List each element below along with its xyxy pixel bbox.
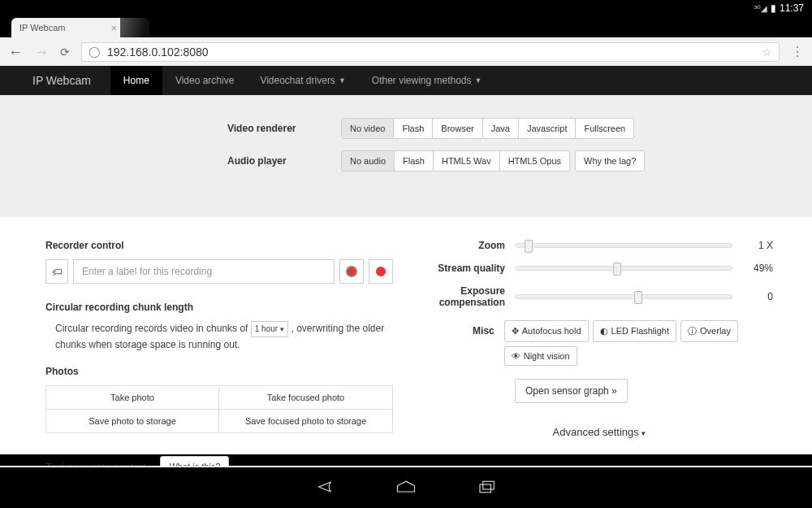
exposure-value: 0 xyxy=(744,291,773,302)
nav-home[interactable]: Home xyxy=(110,66,162,95)
quality-row: Stream quality 49% xyxy=(425,263,773,274)
night-label: Night vision xyxy=(524,351,570,361)
take-focused-photo-button[interactable]: Take focused photo xyxy=(219,386,392,410)
chevron-down-icon: ▼ xyxy=(475,76,482,85)
save-photo-button[interactable]: Save photo to storage xyxy=(46,410,219,432)
new-tab-affordance[interactable] xyxy=(120,18,149,37)
slider-thumb[interactable] xyxy=(525,240,533,253)
night-vision-button[interactable]: 👁Night vision xyxy=(504,346,577,366)
audio-html5-wav[interactable]: HTML5 Wav xyxy=(434,151,500,171)
zoom-row: Zoom 1 X xyxy=(425,240,773,251)
clock-text: 11:37 xyxy=(780,2,804,14)
exposure-label: Exposure compensation xyxy=(425,285,515,309)
browser-omnibar: ← → ⟳ ◯ 192.168.0.102:8080 ☆ ⋮ xyxy=(0,37,812,66)
close-tab-icon[interactable]: × xyxy=(110,22,117,34)
record-alt-button[interactable] xyxy=(369,259,393,284)
bookmark-star-icon[interactable]: ☆ xyxy=(762,46,772,59)
quality-value: 49% xyxy=(744,263,773,274)
misc-row: Misc ✥Autofocus hold ◐LED Flashlight ⓘOv… xyxy=(425,320,773,366)
quality-label: Stream quality xyxy=(425,263,515,274)
overlay-button[interactable]: ⓘOverlay xyxy=(680,320,738,342)
chunk-select-value: 1 hour xyxy=(255,323,278,336)
zoom-slider[interactable] xyxy=(515,243,732,248)
info-icon: ⓘ xyxy=(688,325,697,337)
nav-drivers-label: Videochat drivers xyxy=(260,75,335,86)
quality-slider[interactable] xyxy=(515,266,732,271)
move-icon: ✥ xyxy=(512,326,519,336)
zoom-label: Zoom xyxy=(425,240,515,251)
signal-icon: ³ᴳ◢ xyxy=(754,4,767,13)
left-column: Recorder control 🏷 Enter a label for thi… xyxy=(45,240,393,454)
battery-icon: ▮ xyxy=(771,2,776,14)
contrast-icon: ◐ xyxy=(600,326,608,336)
save-focused-photo-button[interactable]: Save focused photo to storage xyxy=(219,410,392,432)
browser-tab[interactable]: IP Webcam × xyxy=(11,18,125,37)
recording-label-input[interactable]: Enter a label for this recording xyxy=(73,259,335,284)
svg-rect-1 xyxy=(483,481,495,489)
audio-player-label: Audio player xyxy=(0,155,341,167)
android-statusbar: ³ᴳ◢ ▮ 11:37 xyxy=(0,0,812,16)
misc-buttons: ✥Autofocus hold ◐LED Flashlight ⓘOverlay… xyxy=(504,320,773,366)
photos-heading: Photos xyxy=(45,366,393,377)
video-renderer-options: No video Flash Browser Java Javascript F… xyxy=(341,118,634,139)
slider-thumb[interactable] xyxy=(613,263,621,276)
chunk-heading: Circular recording chunk length xyxy=(45,302,393,313)
take-photo-button[interactable]: Take photo xyxy=(46,386,219,410)
misc-label: Misc xyxy=(425,320,504,336)
tab-title: IP Webcam xyxy=(19,23,65,33)
record-button[interactable] xyxy=(339,259,364,284)
renderer-browser[interactable]: Browser xyxy=(433,119,482,138)
photos-grid: Take photo Take focused photo Save photo… xyxy=(45,385,393,433)
chunk-length-select[interactable]: 1 hour▾ xyxy=(251,321,288,337)
main-content: Recorder control 🏷 Enter a label for thi… xyxy=(0,217,812,454)
url-input[interactable]: ◯ 192.168.0.102:8080 ☆ xyxy=(81,42,780,62)
chunk-description: Circular recording records video in chun… xyxy=(45,321,393,353)
autofocus-label: Autofocus hold xyxy=(522,326,581,336)
video-renderer-label: Video renderer xyxy=(0,123,341,134)
led-flashlight-button[interactable]: ◐LED Flashlight xyxy=(593,320,677,342)
overlay-label: Overlay xyxy=(700,326,731,336)
slider-thumb[interactable] xyxy=(634,291,642,304)
nav-videochat-drivers[interactable]: Videochat drivers▼ xyxy=(247,66,358,95)
chevron-down-icon: ▼ xyxy=(339,76,346,85)
app-brand: IP Webcam xyxy=(0,66,110,95)
open-sensor-graph-button[interactable]: Open sensor graph » xyxy=(515,379,628,403)
flash-label: LED Flashlight xyxy=(611,326,670,336)
browser-menu-icon[interactable]: ⋮ xyxy=(791,44,804,59)
record-icon xyxy=(346,266,357,277)
nav-other-methods[interactable]: Other viewing methods▼ xyxy=(359,66,495,95)
back-icon[interactable]: ← xyxy=(8,45,23,59)
reload-icon[interactable]: ⟳ xyxy=(60,46,70,59)
android-navbar xyxy=(0,467,812,508)
why-the-lag-button[interactable]: Why the lag? xyxy=(575,150,645,172)
chunk-text-pre: Circular recording records video in chun… xyxy=(55,323,251,334)
renderer-java[interactable]: Java xyxy=(483,119,519,138)
forward-icon: → xyxy=(34,45,49,59)
android-home-icon[interactable] xyxy=(394,478,418,498)
globe-icon: ◯ xyxy=(89,46,101,58)
tag-icon[interactable]: 🏷 xyxy=(45,259,68,284)
advanced-label: Advanced settings xyxy=(553,426,639,438)
nav-other-label: Other viewing methods xyxy=(372,75,472,86)
renderer-fullscreen[interactable]: Fullscreen xyxy=(576,119,633,138)
renderer-javascript[interactable]: Javascript xyxy=(519,119,577,138)
recorder-heading: Recorder control xyxy=(45,240,393,251)
audio-player-options: No audio Flash HTML5 Wav HTML5 Opus xyxy=(341,150,570,172)
renderer-flash[interactable]: Flash xyxy=(394,119,433,138)
audio-no-audio[interactable]: No audio xyxy=(342,151,395,171)
android-recent-icon[interactable] xyxy=(475,478,499,498)
recorder-row: 🏷 Enter a label for this recording xyxy=(45,259,393,284)
renderer-section: Video renderer No video Flash Browser Ja… xyxy=(0,95,812,217)
exposure-slider[interactable] xyxy=(515,294,732,299)
android-back-icon[interactable] xyxy=(313,478,337,498)
autofocus-hold-button[interactable]: ✥Autofocus hold xyxy=(504,320,589,342)
app-navbar: IP Webcam Home Video archive Videochat d… xyxy=(0,66,812,95)
advanced-settings-dropdown[interactable]: Advanced settings ▾ xyxy=(425,426,773,438)
nav-video-archive[interactable]: Video archive xyxy=(162,66,248,95)
audio-flash[interactable]: Flash xyxy=(395,151,434,171)
renderer-no-video[interactable]: No video xyxy=(342,119,394,138)
eye-icon: 👁 xyxy=(512,351,520,361)
url-text: 192.168.0.102:8080 xyxy=(107,46,209,59)
chevron-down-icon: ▾ xyxy=(641,429,646,437)
audio-html5-opus[interactable]: HTML5 Opus xyxy=(500,151,569,171)
